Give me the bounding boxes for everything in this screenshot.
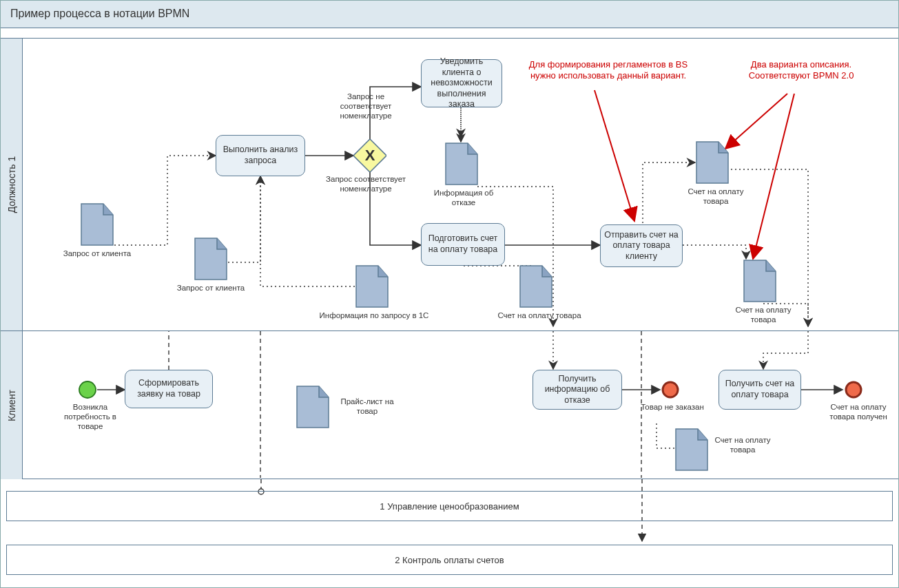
task-label: Подготовить счет на оплату товара — [424, 233, 502, 255]
document-icon — [519, 264, 553, 308]
lane-2: Возникла потребность в товаре Сформирова… — [23, 331, 898, 479]
task-receive-reject[interactable]: Получить информацию об отказе — [533, 370, 622, 410]
pool-head-strip — [1, 28, 898, 39]
task-notify[interactable]: Уведомить клиента о невозможности выполн… — [421, 59, 502, 107]
lanes-container: Должность 1 Клиент — [1, 39, 898, 479]
subprocess-1[interactable]: 1 Управление ценообразованием — [6, 491, 893, 521]
lane-1: Запрос от клиента Запрос от клиента Выпо… — [23, 39, 898, 331]
svg-point-3 — [663, 382, 678, 397]
end-event[interactable] — [844, 380, 863, 399]
lane-label-2: Клиент — [6, 389, 17, 421]
task-prepare-invoice[interactable]: Подготовить счет на оплату товара — [421, 223, 505, 266]
condition-label: Запрос соответствует номенклатуре — [324, 175, 407, 194]
task-form-request[interactable]: Сформировать заявку на товар — [125, 370, 213, 408]
task-send-invoice[interactable]: Отправить счет на оплату товара клиенту — [600, 224, 683, 267]
document-icon — [695, 140, 730, 185]
gateway-exclusive[interactable]: X — [353, 139, 386, 172]
task-label: Отправить счет на оплату товара клиенту — [603, 230, 679, 262]
subprocess-label: 2 Контроль оплаты счетов — [395, 555, 504, 565]
document-icon — [444, 142, 479, 186]
doc-label: Запрос от клиента — [63, 249, 132, 259]
svg-text:X: X — [365, 147, 375, 164]
document-icon — [194, 237, 228, 281]
annotation-text: Для формирования регламентов в BS нужно … — [519, 59, 698, 82]
task-label: Получить информацию об отказе — [536, 374, 619, 406]
doc-label: Информация по запросу в 1С — [312, 311, 436, 321]
document-icon — [80, 202, 114, 246]
document-icon — [296, 385, 330, 429]
task-analyze[interactable]: Выполнить анализ запроса — [216, 135, 305, 176]
svg-point-2 — [79, 381, 96, 398]
doc-label: Прайс-лист на товар — [333, 397, 402, 417]
lane-head-1: Должность 1 — [1, 39, 23, 331]
lane-head-2: Клиент — [1, 331, 23, 479]
task-label: Уведомить клиента о невозможности выполн… — [424, 56, 499, 110]
lane-label-1: Должность 1 — [6, 156, 17, 213]
document-icon — [355, 264, 389, 308]
document-icon — [743, 259, 777, 303]
doc-label: Счет на оплату товара — [725, 306, 801, 325]
event-label: Товар не заказан — [634, 403, 710, 412]
doc-label: Счет на оплату товара — [484, 311, 595, 321]
pool-title-text: Пример процесса в нотации BPMN — [10, 8, 189, 19]
subprocess-label: 1 Управление ценообразованием — [380, 501, 519, 512]
task-receive-invoice[interactable]: Получить счет на оплату товара — [719, 370, 801, 410]
event-label: Счет на оплату товара получен — [820, 403, 896, 422]
doc-label: Счет на оплату товара — [712, 436, 774, 455]
doc-label: Информация об отказе — [426, 189, 502, 208]
task-label: Выполнить анализ запроса — [219, 145, 302, 166]
doc-label: Запрос от клиента — [176, 284, 245, 293]
subprocess-2[interactable]: 2 Контроль оплаты счетов — [6, 545, 893, 575]
doc-label: Счет на оплату товара — [681, 187, 750, 207]
end-event[interactable] — [661, 380, 680, 399]
svg-point-4 — [846, 382, 861, 397]
bpmn-frame: Пример процесса в нотации BPMN Должность… — [0, 0, 899, 588]
event-label: Возникла потребность в товаре — [56, 403, 125, 431]
pool-title: Пример процесса в нотации BPMN — [1, 1, 898, 28]
document-icon — [674, 428, 709, 472]
task-label: Получить счет на оплату товара — [722, 379, 798, 400]
annotation-text: Два варианта описания. Соответствуют BPM… — [725, 59, 877, 82]
task-label: Сформировать заявку на товар — [128, 378, 209, 399]
start-event[interactable] — [78, 380, 97, 399]
condition-label: Запрос не соответствует номенклатуре — [324, 92, 407, 120]
